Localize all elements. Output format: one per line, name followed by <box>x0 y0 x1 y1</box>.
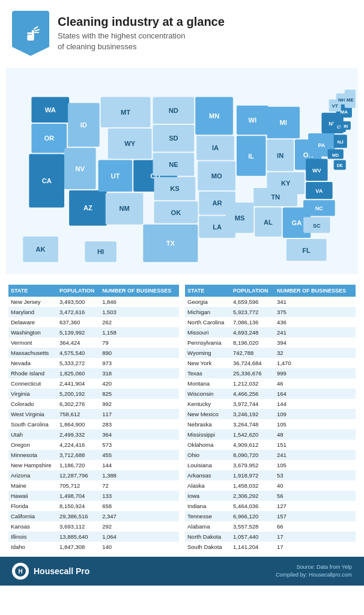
svg-text:KS: KS <box>170 185 179 192</box>
svg-text:MD: MD <box>332 153 339 157</box>
table-row: Idaho1,847,308140 <box>8 542 179 552</box>
table-cell: 133 <box>100 491 179 501</box>
table-cell: Wyoming <box>185 348 231 358</box>
table-cell: Delaware <box>8 317 57 327</box>
svg-text:MT: MT <box>121 109 130 116</box>
table-cell: 17 <box>275 542 356 552</box>
table-cell: 262 <box>100 317 179 327</box>
table-row: Kentucky3,972,744144 <box>185 399 356 409</box>
table-row: Maryland3,472,6161,503 <box>8 307 179 317</box>
table-cell: 40 <box>275 480 356 491</box>
svg-text:H: H <box>18 568 22 575</box>
table-cell: 1,064 <box>100 532 179 542</box>
table-cell: 420 <box>100 378 179 389</box>
header: Cleaning industry at a glance States wit… <box>0 0 364 62</box>
table-cell: 12,287,796 <box>57 470 100 480</box>
table-cell: Alaska <box>185 480 231 491</box>
table-cell: 375 <box>275 307 356 317</box>
table-cell: Hawaii <box>8 491 57 501</box>
table-cell: 3,246,192 <box>231 409 275 419</box>
table-cell: 48 <box>275 429 356 440</box>
svg-text:AK: AK <box>36 246 46 253</box>
table-row: California29,386,5162,347 <box>8 511 179 521</box>
table-row: Nevada5,333,272973 <box>8 358 179 368</box>
svg-text:MI: MI <box>280 119 287 126</box>
table-cell: Kentucky <box>185 399 231 409</box>
table-cell: 364 <box>100 429 179 440</box>
table-cell: 4,659,596 <box>231 297 275 307</box>
table-cell: 5,139,992 <box>57 327 100 338</box>
table-row: Massachusetts4,575,540890 <box>8 348 179 358</box>
table-row: Michigan5,923,772375 <box>185 307 356 317</box>
table-cell: 973 <box>100 358 179 368</box>
table-row: Indiana5,464,036127 <box>185 501 356 511</box>
table-row: North Carolina7,086,136436 <box>185 317 356 327</box>
svg-text:MN: MN <box>209 112 219 120</box>
svg-text:LA: LA <box>213 223 222 231</box>
table-cell: 992 <box>100 399 179 409</box>
table-cell: 3,493,500 <box>57 297 100 307</box>
brand-icon <box>12 11 49 56</box>
table-cell: 705,712 <box>57 480 100 491</box>
left-table: STATE POPULATION NUMBER OF BUSINESSES Ne… <box>8 285 179 553</box>
svg-text:WI: WI <box>248 117 256 124</box>
table-row: South Carolina1,864,900283 <box>8 419 179 429</box>
table-cell: New York <box>185 358 231 368</box>
table-cell: 8,196,020 <box>231 338 275 348</box>
table-cell: 8,150,924 <box>57 501 100 511</box>
table-cell: 5,200,192 <box>57 389 100 399</box>
table-row: Maine705,71272 <box>8 480 179 491</box>
table-cell: Louisiana <box>185 460 231 470</box>
table-cell: 999 <box>275 368 356 378</box>
table-row: Ohio8,090,720241 <box>185 450 356 460</box>
table-cell: Minnesota <box>8 450 57 460</box>
table-cell: 1,846 <box>100 297 179 307</box>
table-row: Georgia4,659,596341 <box>185 297 356 307</box>
table-cell: 144 <box>275 399 356 409</box>
table-cell: 164 <box>275 389 356 399</box>
table-row: Hawaii1,498,704133 <box>8 491 179 501</box>
table-cell: Massachusetts <box>8 348 57 358</box>
svg-text:SD: SD <box>169 135 178 142</box>
table-cell: 72 <box>100 480 179 491</box>
header-text: Cleaning industry at a glance States wit… <box>58 14 225 52</box>
table-cell: Maryland <box>8 307 57 317</box>
table-row: Arkansas1,918,97253 <box>185 470 356 480</box>
table-cell: Idaho <box>8 542 57 552</box>
table-cell: 2,499,332 <box>57 429 100 440</box>
left-data-table: STATE POPULATION NUMBER OF BUSINESSES Ne… <box>8 285 179 553</box>
svg-text:FL: FL <box>302 247 311 254</box>
table-cell: 2,441,904 <box>57 378 100 389</box>
table-cell: 1,918,972 <box>231 470 275 480</box>
svg-text:KY: KY <box>281 180 291 187</box>
svg-text:CA: CA <box>42 177 52 184</box>
table-cell: 364,424 <box>57 338 100 348</box>
table-cell: West Virginia <box>8 409 57 419</box>
table-cell: 4,466,256 <box>231 389 275 399</box>
table-cell: 825 <box>100 389 179 399</box>
table-cell: 758,612 <box>57 409 100 419</box>
table-row: Tennesse6,966,120157 <box>185 511 356 521</box>
table-row: Louisiana3,679,952105 <box>185 460 356 470</box>
table-cell: 29,386,516 <box>57 511 100 521</box>
svg-text:TX: TX <box>166 240 175 247</box>
table-row: Wisconsin4,466,256164 <box>185 389 356 399</box>
table-cell: 1,825,060 <box>57 368 100 378</box>
table-cell: New Mexico <box>185 409 231 419</box>
table-cell: North Carolina <box>185 317 231 327</box>
table-cell: Washington <box>8 327 57 338</box>
table-row: Connecticut2,441,904420 <box>8 378 179 389</box>
table-cell: Alabama <box>185 521 231 532</box>
svg-text:IL: IL <box>248 153 254 160</box>
table-row: Rhode Island1,825,060318 <box>8 368 179 378</box>
table-cell: Oklahoma <box>185 440 231 450</box>
svg-text:RI: RI <box>344 124 348 129</box>
table-cell: Nebraska <box>185 419 231 429</box>
table-cell: 32 <box>275 348 356 358</box>
svg-text:VA: VA <box>315 188 323 194</box>
table-cell: 1,158 <box>100 327 179 338</box>
svg-text:MA: MA <box>340 109 348 115</box>
table-cell: 241 <box>275 450 356 460</box>
table-cell: 4,575,540 <box>57 348 100 358</box>
table-cell: 140 <box>100 542 179 552</box>
